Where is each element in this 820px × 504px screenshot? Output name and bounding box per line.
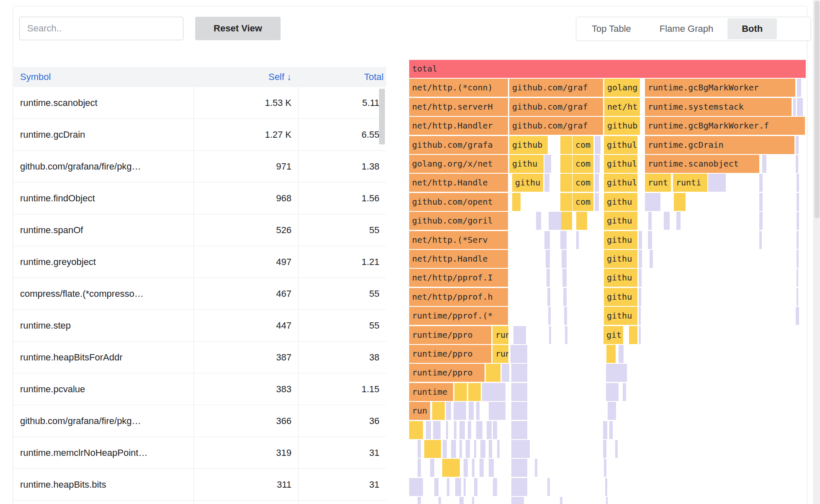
flame-filler-block[interactable] (418, 440, 421, 458)
flame-filler-block[interactable] (797, 212, 799, 230)
flame-filler-block[interactable] (563, 288, 567, 306)
flame-filler-block[interactable] (513, 326, 526, 344)
flame-filler-block[interactable] (430, 459, 434, 477)
flame-filler-block[interactable] (480, 459, 484, 477)
table-row[interactable]: runtime.memclrNoHeapPoint…31931 (13, 437, 386, 469)
flame-filler-block[interactable] (639, 250, 642, 268)
flame-filler-block[interactable] (576, 231, 579, 249)
flame-filler-block[interactable] (560, 193, 572, 211)
flame-block[interactable]: runtime/ppro (409, 326, 491, 344)
flame-filler-block[interactable] (426, 421, 431, 439)
column-header-total[interactable]: Total (298, 72, 386, 82)
flame-block[interactable]: githu (604, 288, 637, 306)
flame-block[interactable]: run (493, 345, 508, 363)
flame-filler-block[interactable] (433, 421, 441, 439)
flame-block[interactable]: githul (604, 136, 637, 154)
flame-filler-block[interactable] (797, 231, 799, 249)
flame-block[interactable]: net/http.Handle (409, 174, 508, 192)
flame-filler-block[interactable] (432, 402, 445, 420)
flame-filler-block[interactable] (562, 269, 567, 287)
flame-block[interactable]: run (493, 326, 508, 344)
flame-filler-block[interactable] (459, 421, 465, 439)
flame-block[interactable]: runtime/ppro (409, 345, 491, 363)
flame-filler-block[interactable] (547, 478, 550, 496)
page-scrollbar[interactable] (813, 0, 820, 504)
flame-filler-block[interactable] (796, 155, 798, 173)
flame-block[interactable]: com (572, 174, 593, 192)
flame-filler-block[interactable] (576, 212, 587, 230)
flame-filler-block[interactable] (424, 440, 441, 458)
flame-filler-block[interactable] (619, 345, 624, 363)
flame-block[interactable]: githul (604, 155, 637, 173)
flame-block[interactable]: github.com/goril (409, 212, 508, 230)
flame-filler-block[interactable] (547, 269, 550, 287)
flame-filler-block[interactable] (474, 478, 477, 496)
flame-filler-block[interactable] (480, 440, 485, 458)
flame-filler-block[interactable] (418, 497, 421, 504)
flame-block[interactable]: runtime.gcBgMarkWorker (645, 79, 795, 97)
flame-filler-block[interactable] (511, 497, 524, 504)
flame-filler-block[interactable] (512, 193, 521, 211)
flame-block[interactable]: net/http/pprof.I (409, 269, 508, 287)
flame-filler-block[interactable] (797, 79, 801, 97)
flame-block[interactable]: githu (604, 212, 637, 230)
table-row[interactable]: runtime.heapBits.bits31131 (13, 469, 386, 501)
flame-filler-block[interactable] (793, 98, 796, 116)
flame-filler-block[interactable] (797, 288, 798, 306)
flame-block[interactable]: github.com/graf (509, 117, 603, 135)
reset-view-button[interactable]: Reset View (195, 17, 281, 40)
flame-block[interactable]: github.com/grafa (409, 136, 508, 154)
flame-filler-block[interactable] (604, 459, 606, 477)
flame-filler-block[interactable] (762, 155, 766, 173)
flame-filler-block[interactable] (648, 212, 652, 230)
page-scrollbar-thumb[interactable] (815, 1, 820, 219)
flame-filler-block[interactable] (464, 459, 468, 477)
flame-filler-block[interactable] (493, 478, 497, 496)
flame-filler-block[interactable] (797, 250, 799, 268)
table-scrollbar-thumb[interactable] (379, 89, 385, 144)
flame-filler-block[interactable] (474, 440, 476, 458)
flame-filler-block[interactable] (526, 440, 530, 458)
flame-filler-block[interactable] (759, 174, 763, 192)
flame-filler-block[interactable] (708, 174, 726, 192)
flame-filler-block[interactable] (502, 364, 509, 382)
flame-filler-block[interactable] (476, 402, 480, 420)
search-input[interactable] (19, 17, 183, 40)
flame-filler-block[interactable] (603, 440, 606, 458)
flame-filler-block[interactable] (454, 421, 456, 439)
flame-filler-block[interactable] (466, 440, 470, 458)
table-row[interactable]: runtime.greyobject4971.21 (13, 246, 386, 278)
flame-block[interactable]: com (572, 136, 593, 154)
flame-filler-block[interactable] (409, 478, 423, 496)
flame-block[interactable]: github.com/graf (509, 79, 603, 97)
flame-filler-block[interactable] (606, 497, 608, 504)
flame-filler-block[interactable] (560, 136, 572, 154)
flame-filler-block[interactable] (564, 307, 567, 325)
flame-block[interactable]: githul (604, 174, 637, 192)
flame-filler-block[interactable] (409, 421, 423, 439)
flame-filler-block[interactable] (459, 497, 464, 504)
flame-filler-block[interactable] (493, 421, 497, 439)
table-row[interactable]: compress/flate.(*compresso…46755 (13, 278, 386, 310)
flame-filler-block[interactable] (548, 307, 551, 325)
flame-filler-block[interactable] (664, 212, 670, 230)
flame-block[interactable]: runtime.scanobject (645, 155, 759, 173)
flame-filler-block[interactable] (547, 288, 550, 306)
flame-filler-block[interactable] (796, 307, 799, 325)
flame-filler-block[interactable] (511, 440, 527, 458)
flame-filler-block[interactable] (608, 402, 616, 420)
flame-filler-block[interactable] (674, 193, 686, 211)
flame-block[interactable]: githu (604, 269, 637, 287)
flame-filler-block[interactable] (560, 174, 572, 192)
flame-filler-block[interactable] (418, 459, 421, 477)
flame-filler-block[interactable] (561, 212, 572, 230)
table-row[interactable]: runtime.pcvalue3831.15 (13, 373, 386, 405)
flame-filler-block[interactable] (648, 231, 652, 249)
flame-filler-block[interactable] (472, 497, 474, 504)
flame-filler-block[interactable] (603, 421, 607, 439)
flame-filler-block[interactable] (759, 193, 763, 211)
table-row[interactable]: runtime.step44755 (13, 310, 386, 342)
flame-filler-block[interactable] (639, 288, 641, 306)
flame-filler-block[interactable] (606, 383, 619, 401)
flame-filler-block[interactable] (446, 421, 448, 439)
